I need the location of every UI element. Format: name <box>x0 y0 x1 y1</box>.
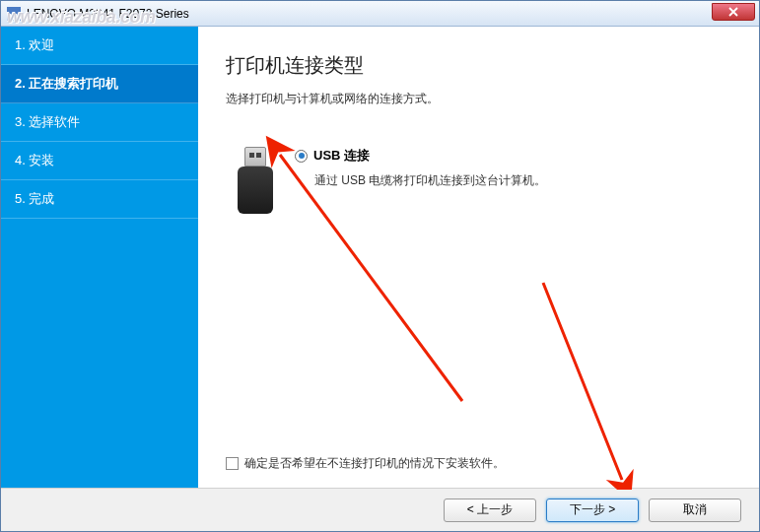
sidebar-item-finish[interactable]: 5. 完成 <box>1 180 198 219</box>
radio-icon <box>295 150 308 163</box>
installer-window: LENOVO M2041 F2072 Series 1. 欢迎 2. 正在搜索打… <box>0 0 760 532</box>
sidebar-item-welcome[interactable]: 1. 欢迎 <box>1 27 198 65</box>
usb-option-row: USB 连接 通过 USB 电缆将打印机连接到这台计算机。 <box>236 147 731 216</box>
content-area: 1. 欢迎 2. 正在搜索打印机 3. 选择软件 4. 安装 5. 完成 打印机… <box>1 27 759 488</box>
checkbox-icon <box>226 457 239 470</box>
sidebar-item-search[interactable]: 2. 正在搜索打印机 <box>1 65 198 103</box>
page-subtitle: 选择打印机与计算机或网络的连接方式。 <box>226 91 731 107</box>
svg-line-1 <box>543 283 622 480</box>
page-title: 打印机连接类型 <box>226 52 731 79</box>
usb-radio-label: USB 连接 <box>313 147 370 165</box>
close-button[interactable] <box>712 3 755 21</box>
annotation-arrow-2 <box>533 273 652 490</box>
sidebar-item-software[interactable]: 3. 选择软件 <box>1 103 198 142</box>
titlebar[interactable]: LENOVO M2041 F2072 Series <box>1 1 759 27</box>
sidebar-item-install[interactable]: 4. 安装 <box>1 142 198 180</box>
back-button[interactable]: < 上一步 <box>444 499 536 522</box>
app-icon <box>7 7 21 21</box>
window-title: LENOVO M2041 F2072 Series <box>27 7 189 21</box>
next-button[interactable]: 下一步 > <box>546 499 639 522</box>
checkbox-label: 确定是否希望在不连接打印机的情况下安装软件。 <box>244 455 505 472</box>
cancel-button[interactable]: 取消 <box>649 499 741 522</box>
usb-radio[interactable]: USB 连接 <box>295 147 731 165</box>
main-panel: 打印机连接类型 选择打印机与计算机或网络的连接方式。 USB 连接 通过 USB… <box>198 27 759 488</box>
usb-option-desc: 通过 USB 电缆将打印机连接到这台计算机。 <box>314 172 731 189</box>
no-printer-checkbox-row[interactable]: 确定是否希望在不连接打印机的情况下安装软件。 <box>226 455 505 472</box>
footer-bar: < 上一步 下一步 > 取消 <box>1 488 759 531</box>
option-text: USB 连接 通过 USB 电缆将打印机连接到这台计算机。 <box>295 147 731 189</box>
sidebar: 1. 欢迎 2. 正在搜索打印机 3. 选择软件 4. 安装 5. 完成 <box>1 27 198 488</box>
usb-drive-icon <box>236 147 275 216</box>
